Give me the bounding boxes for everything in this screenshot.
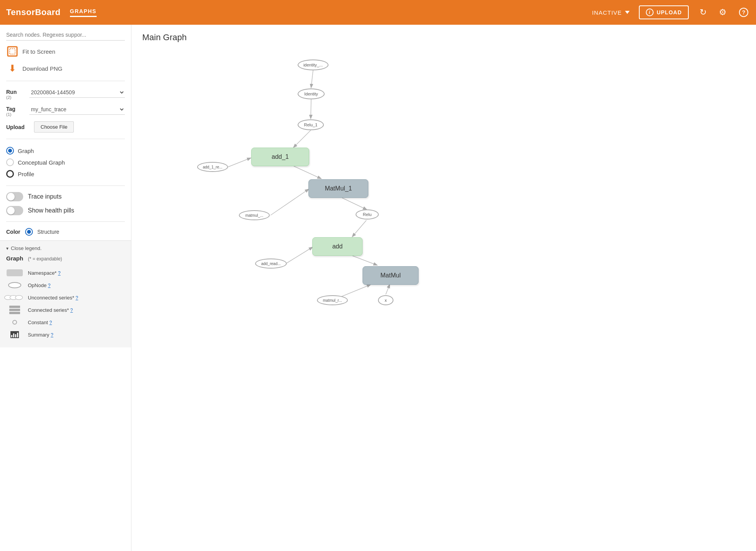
node-identity-dots-label: identity_... — [303, 63, 323, 67]
radio-conceptual-label: Conceptual Graph — [18, 159, 65, 166]
legend-summary: Summary ? — [6, 330, 125, 339]
color-structure-radio[interactable] — [25, 228, 33, 236]
legend-namespace: Namespace* ? — [6, 269, 125, 277]
node-matmul-dots-label: matmul_... — [245, 213, 264, 218]
radio-graph-label: Graph — [18, 148, 34, 154]
node-identity[interactable]: Identity — [298, 88, 325, 99]
fit-to-screen-button[interactable]: Fit to Screen — [6, 45, 125, 58]
node-add1re-label: add_1_re... — [203, 165, 223, 169]
legend-toggle-label: Close legend. — [11, 245, 42, 251]
node-relu1[interactable]: Relu_1 — [298, 119, 324, 130]
legend-constant-label: Constant ? — [28, 320, 52, 325]
legend-summary-help[interactable]: ? — [51, 332, 53, 338]
node-matmul-label: MatMul — [380, 272, 400, 279]
tag-sublabel: (1) — [6, 112, 25, 117]
svg-line-4 — [294, 130, 311, 147]
graph-edges-svg — [131, 48, 756, 551]
legend-connected-help[interactable]: ? — [70, 308, 73, 313]
download-icon: ⬇ — [6, 62, 19, 75]
legend-opnode-help[interactable]: ? — [48, 283, 51, 288]
legend-opnode-label: OpNode ? — [28, 282, 51, 288]
legend-connected-label: Connected series* ? — [28, 307, 73, 313]
legend-opnode-shape — [6, 281, 23, 289]
svg-line-8 — [342, 198, 366, 209]
upload-button-label: UPLOAD — [657, 9, 682, 15]
radio-graph[interactable]: Graph — [6, 147, 125, 155]
legend-namespace-shape — [6, 269, 23, 277]
legend-connected: Connected series* ? — [6, 306, 125, 314]
svg-line-5 — [228, 158, 250, 167]
legend-unconnected-shape — [6, 293, 23, 302]
download-png-label: Download PNG — [22, 65, 62, 72]
node-add-read[interactable]: add_read... — [255, 258, 287, 269]
view-mode-radio-group: Graph Conceptual Graph Profile — [6, 145, 125, 179]
upload-button[interactable]: i UPLOAD — [639, 5, 689, 19]
legend-unconnected-label: Unconnected series* ? — [28, 295, 78, 301]
color-row: Color Structure — [6, 228, 125, 236]
divider-3 — [6, 185, 125, 186]
legend-unconnected-help[interactable]: ? — [76, 295, 78, 301]
node-add-read-label: add_read... — [261, 262, 281, 266]
tag-label: Tag — [6, 104, 25, 112]
settings-button[interactable]: ⚙ — [717, 6, 728, 19]
fit-to-screen-label: Fit to Screen — [22, 48, 55, 55]
download-png-button[interactable]: ⬇ Download PNG — [6, 62, 125, 75]
radio-conceptual[interactable]: Conceptual Graph — [6, 158, 125, 166]
node-add-label: add — [332, 243, 343, 250]
node-add[interactable]: add — [312, 237, 363, 256]
node-add1re[interactable]: add_1_re... — [197, 162, 228, 172]
node-matmul1-label: MatMul_1 — [325, 185, 352, 192]
upload-row: Upload Choose File — [6, 121, 125, 133]
help-button[interactable]: ? — [737, 6, 750, 19]
run-selector-label: INACTIVE — [592, 9, 622, 16]
run-field-label-container: Run (2) — [6, 87, 25, 100]
nav-graphs[interactable]: GRAPHS — [70, 8, 97, 17]
color-label: Color — [6, 229, 20, 235]
node-x-label: x — [385, 298, 387, 303]
graph-area[interactable]: Main Graph — [131, 25, 756, 551]
trace-inputs-toggle[interactable] — [6, 192, 23, 201]
legend-subtitle: (* = expandable) — [28, 256, 62, 262]
legend-toggle-arrow-icon: ▾ — [6, 246, 9, 251]
constant-shape-icon — [12, 320, 17, 325]
legend-constant-help[interactable]: ? — [49, 320, 52, 325]
divider-4 — [6, 221, 125, 222]
run-selector-dropdown[interactable]: INACTIVE — [592, 9, 630, 16]
show-health-pills-label: Show health pills — [28, 207, 74, 214]
node-identity-dots[interactable]: identity_... — [298, 60, 329, 70]
node-relu-label: Relu — [363, 212, 372, 217]
node-matmul-r-label: matmul_r... — [323, 298, 342, 303]
node-matmul-dots[interactable]: matmul_... — [239, 210, 270, 220]
node-add1-label: add_1 — [272, 153, 289, 160]
unconnected-shape-icon — [7, 295, 23, 300]
graph-canvas[interactable]: identity_... Identity Relu_1 add_1 add_1… — [131, 48, 756, 551]
color-structure-label: Structure — [37, 229, 60, 235]
legend-unconnected: Unconnected series* ? — [6, 293, 125, 302]
node-add1[interactable]: add_1 — [251, 148, 309, 166]
refresh-button[interactable]: ↻ — [698, 6, 708, 19]
search-input[interactable] — [6, 29, 125, 41]
node-matmul1[interactable]: MatMul_1 — [308, 179, 368, 198]
main-layout: Fit to Screen ⬇ Download PNG Run (2) 202… — [0, 25, 756, 551]
graph-title: Main Graph — [131, 25, 756, 43]
radio-profile[interactable]: Profile — [6, 170, 125, 178]
show-health-pills-toggle[interactable] — [6, 206, 23, 215]
info-icon: i — [646, 9, 654, 16]
svg-line-7 — [271, 189, 308, 215]
choose-file-button[interactable]: Choose File — [34, 121, 74, 133]
connected-shape-icon — [9, 306, 20, 314]
legend-title: Graph — [6, 255, 23, 262]
node-x[interactable]: x — [378, 295, 393, 305]
legend-constant-shape — [6, 318, 23, 327]
legend-namespace-help[interactable]: ? — [58, 270, 61, 276]
tag-select[interactable]: my_func_trace — [29, 104, 125, 115]
run-select[interactable]: 20200804-144509 — [29, 87, 125, 98]
node-matmul[interactable]: MatMul — [363, 266, 419, 285]
node-matmul-r[interactable]: matmul_r... — [317, 295, 348, 305]
legend-toggle-button[interactable]: ▾ Close legend. — [6, 245, 125, 251]
radio-profile-indicator — [6, 170, 14, 178]
legend-section: ▾ Close legend. Graph (* = expandable) N… — [0, 240, 131, 347]
svg-line-9 — [352, 220, 366, 236]
svg-rect-1 — [10, 49, 15, 54]
node-relu[interactable]: Relu — [356, 209, 379, 219]
